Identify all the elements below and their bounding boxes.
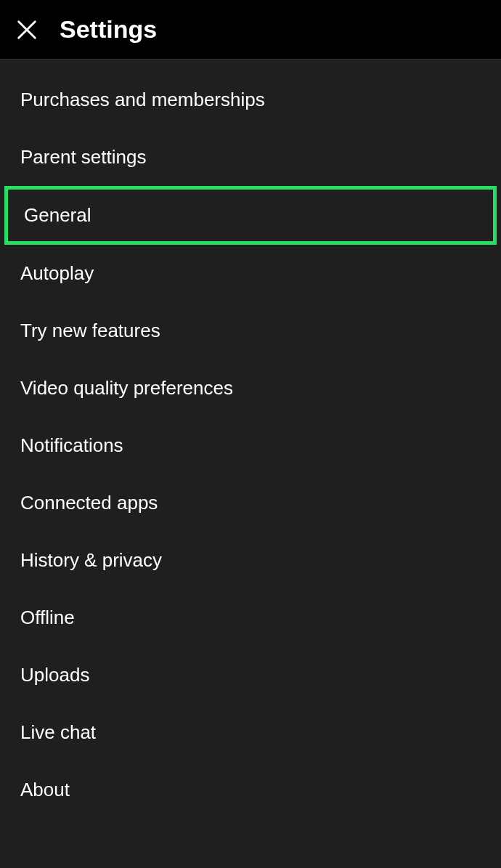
settings-item-purchases[interactable]: Purchases and memberships — [0, 71, 501, 129]
settings-item-uploads[interactable]: Uploads — [0, 646, 501, 704]
settings-item-general[interactable]: General — [4, 186, 497, 245]
settings-item-video-quality[interactable]: Video quality preferences — [0, 360, 501, 417]
header: Settings — [0, 0, 501, 60]
settings-item-about[interactable]: About — [0, 761, 501, 819]
settings-item-offline[interactable]: Offline — [0, 589, 501, 646]
settings-item-label: Uploads — [20, 664, 89, 686]
settings-item-label: Try new features — [20, 320, 160, 341]
settings-item-label: About — [20, 779, 70, 800]
settings-item-live-chat[interactable]: Live chat — [0, 704, 501, 761]
settings-item-label: Offline — [20, 607, 75, 628]
close-icon[interactable] — [12, 15, 42, 45]
settings-item-label: Live chat — [20, 721, 96, 743]
settings-item-label: Purchases and memberships — [20, 89, 265, 110]
settings-item-autoplay[interactable]: Autoplay — [0, 245, 501, 302]
settings-item-try-new[interactable]: Try new features — [0, 302, 501, 360]
settings-item-history-privacy[interactable]: History & privacy — [0, 532, 501, 589]
settings-item-label: Notifications — [20, 434, 123, 456]
settings-item-label: General — [24, 204, 91, 226]
settings-item-connected-apps[interactable]: Connected apps — [0, 474, 501, 532]
settings-list: Purchases and memberships Parent setting… — [0, 60, 501, 819]
settings-item-parent[interactable]: Parent settings — [0, 129, 501, 186]
settings-item-label: Parent settings — [20, 146, 146, 168]
settings-item-label: Video quality preferences — [20, 377, 233, 399]
settings-item-notifications[interactable]: Notifications — [0, 417, 501, 474]
settings-item-label: History & privacy — [20, 549, 162, 571]
settings-item-label: Connected apps — [20, 492, 158, 514]
page-title: Settings — [60, 15, 157, 44]
settings-item-label: Autoplay — [20, 262, 94, 284]
